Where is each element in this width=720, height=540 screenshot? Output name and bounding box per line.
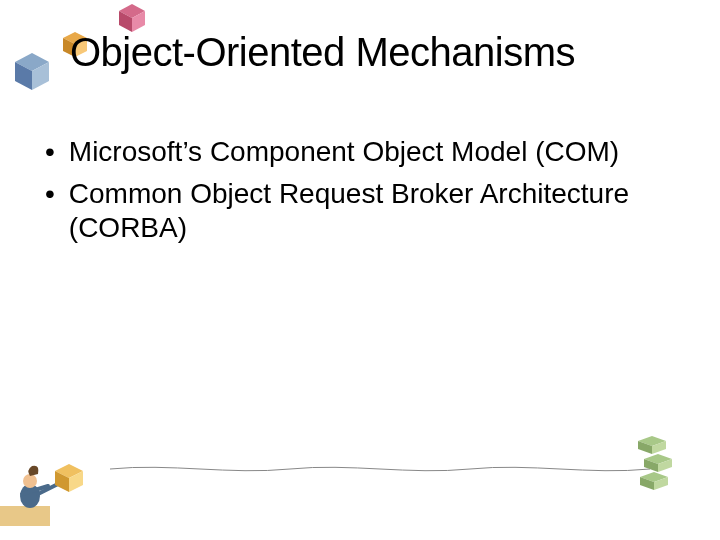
- svg-line-13: [22, 486, 48, 494]
- svg-marker-25: [654, 477, 668, 490]
- cube-icon: [10, 50, 54, 98]
- svg-marker-2: [132, 11, 145, 32]
- svg-marker-16: [69, 471, 83, 492]
- bullet-text: Common Object Request Broker Architectur…: [69, 177, 660, 245]
- slide-title: Object-Oriented Mechanisms: [70, 30, 575, 75]
- bullet-marker: •: [45, 177, 55, 211]
- svg-rect-9: [0, 506, 50, 526]
- person-cube-icon: [0, 446, 120, 530]
- bullet-item: • Common Object Request Broker Architect…: [45, 177, 660, 245]
- bullet-marker: •: [45, 135, 55, 169]
- bullet-item: • Microsoft’s Component Object Model (CO…: [45, 135, 660, 169]
- svg-marker-15: [55, 471, 69, 492]
- svg-marker-6: [15, 53, 49, 71]
- svg-point-11: [23, 474, 37, 488]
- svg-marker-17: [638, 436, 666, 446]
- bullet-text: Microsoft’s Component Object Model (COM): [69, 135, 619, 169]
- svg-marker-7: [15, 62, 32, 90]
- svg-line-12: [38, 484, 58, 494]
- slide-body: • Microsoft’s Component Object Model (CO…: [45, 135, 660, 253]
- svg-marker-18: [638, 441, 652, 454]
- divider-line: [110, 469, 650, 470]
- svg-marker-19: [652, 441, 666, 454]
- svg-marker-8: [32, 62, 49, 90]
- svg-marker-14: [55, 464, 83, 478]
- svg-marker-0: [119, 4, 145, 18]
- svg-marker-22: [658, 459, 672, 472]
- svg-marker-1: [119, 11, 132, 32]
- slide: Object-Oriented Mechanisms • Microsoft’s…: [0, 0, 720, 540]
- svg-point-10: [20, 484, 40, 508]
